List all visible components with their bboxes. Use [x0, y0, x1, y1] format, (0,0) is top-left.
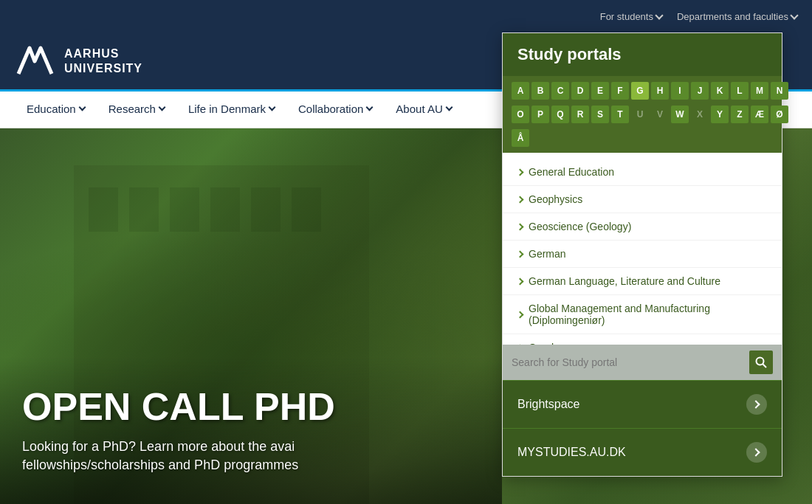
letter-J[interactable]: J [691, 82, 709, 100]
letter-C[interactable]: C [551, 82, 569, 100]
letter-AE[interactable]: Æ [751, 106, 768, 123]
letter-U[interactable]: U [631, 106, 649, 123]
study-portals-header: Study portals [503, 33, 782, 76]
svg-rect-2 [129, 187, 159, 232]
svg-rect-3 [170, 187, 199, 232]
brightspace-arrow [746, 394, 767, 415]
brightspace-button[interactable]: Brightspace [503, 380, 782, 428]
portal-item-german[interactable]: German [503, 241, 782, 268]
letter-R[interactable]: R [571, 106, 589, 123]
for-students-label: For students [600, 11, 653, 22]
portal-item-text-geoscience: Geoscience (Geology) [529, 221, 631, 232]
logo-text: AARHUS UNIVERSITY [64, 46, 142, 75]
nav-about-label: About AU [396, 103, 442, 115]
study-portal-search-input[interactable] [512, 356, 743, 368]
departments-faculties-label: Departments and faculties [677, 11, 788, 22]
nav-education-label: Education [27, 103, 76, 115]
svg-point-7 [757, 358, 764, 365]
letter-H[interactable]: H [651, 82, 669, 100]
svg-rect-5 [251, 187, 281, 232]
letter-grid-row3: Å [503, 129, 782, 153]
letter-F[interactable]: F [611, 82, 629, 100]
nav-about[interactable]: About AU [384, 92, 463, 128]
nav-about-chevron [445, 104, 453, 111]
departments-faculties-chevron [790, 11, 798, 19]
study-portals-dropdown: Study portals A B C D E F G H I J K L M … [502, 32, 782, 477]
portal-chevron-geoscience [517, 223, 524, 230]
letter-L[interactable]: L [731, 82, 749, 100]
letter-grid-row2: O P Q R S T U V W X Y Z Æ Ø [503, 106, 782, 129]
portal-item-geoscience[interactable]: Geoscience (Geology) [503, 213, 782, 241]
portal-item-text-geophysics: Geophysics [529, 193, 582, 205]
svg-line-8 [763, 365, 767, 368]
nav-life-in-denmark[interactable]: Life in Denmark [176, 92, 286, 128]
letter-D[interactable]: D [571, 82, 589, 100]
portal-item-text-german-lang: German Language, Literature and Culture [529, 275, 720, 287]
university-name-line2: UNIVERSITY [64, 61, 142, 75]
university-logo-icon [15, 41, 55, 81]
mystudies-arrow [746, 442, 767, 463]
nav-education-chevron [78, 104, 86, 111]
university-name-line1: AARHUS [64, 46, 142, 61]
mystudies-button[interactable]: MYSTUDIES.AU.DK [503, 428, 782, 476]
nav-collaboration[interactable]: Collaboration [286, 92, 384, 128]
letter-I[interactable]: I [671, 82, 689, 100]
portal-item-global-management[interactable]: Global Management and Manufacturing (Dip… [503, 295, 782, 334]
portal-item-text-german: German [529, 248, 566, 260]
letter-N[interactable]: N [771, 82, 788, 100]
portal-item-text-greek: Greek [529, 342, 557, 345]
search-button[interactable] [749, 351, 773, 374]
logo[interactable]: AARHUS UNIVERSITY [15, 41, 142, 81]
letter-S[interactable]: S [591, 106, 609, 123]
letter-X[interactable]: X [691, 106, 709, 123]
portal-chevron-geophysics [517, 196, 524, 203]
for-students-chevron [655, 11, 663, 19]
letter-O[interactable]: O [512, 106, 529, 123]
portal-item-greek[interactable]: Greek [503, 334, 782, 345]
nav-collaboration-label: Collaboration [298, 103, 363, 115]
mystudies-arrow-icon [751, 448, 760, 456]
letter-T[interactable]: T [611, 106, 629, 123]
letter-V[interactable]: V [651, 106, 669, 123]
study-portals-title: Study portals [517, 45, 767, 64]
letter-M[interactable]: M [751, 82, 768, 100]
portal-item-general-education[interactable]: General Education [503, 159, 782, 186]
letter-Z[interactable]: Z [731, 106, 749, 123]
nav-research[interactable]: Research [97, 92, 176, 128]
portal-chevron-german [517, 250, 524, 258]
letter-E[interactable]: E [591, 82, 609, 100]
search-container [503, 345, 782, 380]
hero-subtitle: Looking for a PhD? Learn more about the … [22, 438, 480, 474]
letter-A[interactable]: A [512, 82, 529, 100]
letter-OE[interactable]: Ø [771, 106, 788, 123]
nav-life-label: Life in Denmark [188, 103, 266, 115]
svg-rect-6 [292, 187, 321, 232]
letter-grid-row1: A B C D E F G H I J K L M N [503, 76, 782, 106]
nav-education[interactable]: Education [15, 92, 97, 128]
mystudies-label: MYSTUDIES.AU.DK [517, 446, 626, 459]
letter-Y[interactable]: Y [711, 106, 729, 123]
portal-chevron-general-education [517, 168, 524, 176]
nav-collaboration-chevron [366, 104, 374, 111]
portal-chevron-global [517, 311, 524, 318]
letter-Q[interactable]: Q [551, 106, 569, 123]
portal-item-text-general-education: General Education [529, 166, 614, 178]
portal-item-geophysics[interactable]: Geophysics [503, 186, 782, 213]
departments-faculties-link[interactable]: Departments and faculties [677, 11, 797, 22]
nav-research-chevron [158, 104, 165, 111]
letter-P[interactable]: P [531, 106, 549, 123]
nav-research-label: Research [109, 103, 156, 115]
letter-B[interactable]: B [531, 82, 549, 100]
for-students-link[interactable]: For students [600, 11, 662, 22]
letter-AA[interactable]: Å [512, 129, 529, 147]
brightspace-arrow-icon [751, 400, 760, 408]
search-icon [755, 356, 767, 368]
portal-list: General Education Geophysics Geoscience … [503, 153, 782, 345]
letter-G[interactable]: G [631, 82, 649, 100]
hero-title: OPEN CALL PHD [22, 386, 480, 428]
letter-W[interactable]: W [671, 106, 689, 123]
letter-K[interactable]: K [711, 82, 729, 100]
brightspace-label: Brightspace [517, 398, 580, 411]
svg-rect-1 [89, 187, 118, 232]
portal-item-german-lang[interactable]: German Language, Literature and Culture [503, 268, 782, 295]
